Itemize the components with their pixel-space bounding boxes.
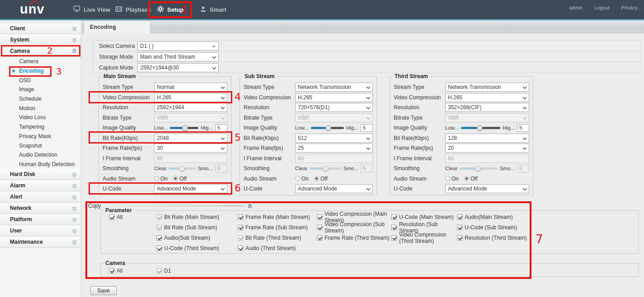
third-stream-image-quality-slider[interactable] [461, 127, 500, 129]
sub-stream-bit-rate-kbps-dropdown[interactable]: 512 [295, 134, 373, 143]
sidebar-section-platform[interactable]: Platform [0, 214, 81, 225]
sidebar-item-motion[interactable]: Motion [0, 103, 81, 113]
checkbox-frame-rate-sub-stream[interactable] [238, 225, 243, 230]
select-camera-dropdown[interactable]: D1 ( ) [137, 42, 219, 51]
logout-link[interactable]: Logout [594, 5, 610, 10]
checkbox-video-compression-sub-stream[interactable] [317, 225, 322, 230]
nav-item-setup[interactable]: Setup [157, 0, 183, 19]
input-value: 60 [298, 155, 304, 162]
third-stream-radio-on[interactable]: On [445, 176, 459, 182]
main-stream-frame-rate-fps-dropdown[interactable]: 30 [154, 144, 227, 153]
main-stream-stream-type-dropdown[interactable]: Normal [154, 83, 227, 92]
slider-handle[interactable] [325, 125, 331, 131]
main-stream-video-compression-dropdown[interactable]: H.265 [154, 93, 227, 102]
radio-on-circle[interactable] [445, 176, 450, 181]
checkbox-u-code-sub-stream[interactable] [457, 225, 462, 230]
checkbox-audio-main-stream[interactable] [457, 214, 462, 220]
third-stream-u-code-dropdown[interactable]: Advanced Mode [445, 184, 529, 193]
dropdown-value: 512 [298, 135, 307, 141]
sub-stream-radio-off[interactable]: Off [314, 176, 328, 182]
param-cell-bit-rate-sub-stream: Bit Rate (Sub Stream) [156, 224, 238, 231]
third-stream-frame-rate-fps-dropdown[interactable]: 20 [445, 144, 529, 153]
nav-item-smart[interactable]: Smart [200, 0, 226, 19]
sidebar-section-client[interactable]: Client [0, 23, 81, 34]
sub-stream-resolution-dropdown[interactable]: 720×576(D1) [295, 103, 373, 112]
save-button[interactable]: Save [90, 286, 117, 295]
nav-item-live-view[interactable]: Live View [73, 0, 110, 19]
checkbox-u-code-main-stream[interactable] [391, 214, 397, 220]
sidebar-item-encoding[interactable]: Encoding [0, 66, 81, 76]
sub-stream-image-quality-slider[interactable] [311, 127, 344, 129]
sidebar-item-tampering[interactable]: Tampering [0, 122, 81, 132]
sidebar-item-schedule[interactable]: Schedule [0, 94, 81, 104]
nav-item-playback[interactable]: Playback [115, 0, 151, 19]
radio-off-circle[interactable] [464, 176, 469, 181]
main-stream-bit-rate-kbps-dropdown[interactable]: 2048 [154, 134, 227, 143]
unv-logo[interactable]: unv [20, 2, 45, 17]
sidebar-item-snapshot[interactable]: Snapshot [0, 141, 81, 150]
third-stream-video-compression-dropdown[interactable]: H.265 [445, 93, 529, 102]
main-stream-resolution-dropdown[interactable]: 2592×1944 [154, 103, 227, 112]
sidebar-section-alert[interactable]: Alert [0, 191, 81, 203]
sub-stream-image-quality-value-box[interactable]: 5 [361, 124, 373, 132]
main-stream-u-code-dropdown[interactable]: Advanced Mode [154, 184, 227, 193]
camera-row: AllD1 [109, 265, 638, 276]
storage-mode-dropdown[interactable]: Main and Third Stream [137, 52, 219, 61]
slider-handle[interactable] [182, 125, 188, 131]
main-stream-radio-off[interactable]: Off [173, 176, 187, 182]
main-stream-row-bit-rate-kbps: Bit Rate(Kbps)2048 [103, 133, 227, 144]
radio-on-circle[interactable] [295, 176, 300, 181]
main-stream-image-quality-slider[interactable] [170, 127, 198, 129]
slider-handle[interactable] [477, 125, 483, 131]
checkbox-video-compression-third-stream[interactable] [391, 235, 397, 241]
sub-stream-stream-type-dropdown[interactable]: Network Transmission [295, 83, 373, 92]
capture-mode-dropdown[interactable]: 2592×1944@30 [137, 63, 219, 72]
sub-stream-radio-on[interactable]: On [295, 176, 309, 182]
sub-stream-u-code-dropdown[interactable]: Advanced Mode [295, 184, 373, 193]
admin-link[interactable]: admin [569, 5, 583, 10]
checkbox-audio-third-stream[interactable] [238, 246, 243, 251]
third-stream-bit-rate-kbps-dropdown[interactable]: 128 [445, 134, 529, 143]
dropdown-value: VBR [448, 115, 459, 121]
third-stream-image-quality-value-box[interactable]: 5 [517, 124, 529, 132]
sidebar-section-user[interactable]: User [0, 225, 81, 237]
sidebar-section-hard-disk[interactable]: Hard Disk [0, 169, 81, 180]
checkbox-frame-rate-third-stream[interactable] [317, 235, 322, 241]
main-stream-smoothing-slider [169, 167, 195, 170]
checkbox-camera-all[interactable] [109, 268, 114, 274]
main-stream-image-quality-value-box[interactable]: 5 [215, 124, 227, 132]
third-stream-audio-stream-radio-group: OnOff [445, 176, 529, 182]
sidebar-item-privacy-mask[interactable]: Privacy Mask [0, 132, 81, 141]
checkbox-resolution-third-stream[interactable] [457, 235, 462, 241]
main-stream-radio-on[interactable]: On [154, 176, 168, 182]
radio-off-circle[interactable] [173, 176, 178, 181]
sidebar-item-image[interactable]: Image [0, 85, 81, 94]
sidebar-item-camera[interactable]: Camera [0, 57, 81, 66]
checkbox-all[interactable] [109, 214, 114, 220]
radio-off-circle[interactable] [314, 176, 319, 181]
sidebar-item-audio-detection[interactable]: Audio Detection [0, 150, 81, 160]
sidebar-item-osd[interactable]: OSD [0, 75, 81, 85]
sidebar-section-system[interactable]: System [0, 34, 81, 46]
sidebar-item-label: Image [19, 86, 34, 93]
third-stream-stream-type-dropdown[interactable]: Network Transmission [445, 83, 529, 92]
sidebar-section-network[interactable]: Network [0, 203, 81, 214]
sub-stream-frame-rate-fps-dropdown[interactable]: 25 [295, 144, 373, 153]
checkbox-frame-rate-main-stream[interactable] [238, 214, 243, 220]
sidebar-section-camera[interactable]: Camera [0, 46, 81, 57]
checkbox-u-code-third-stream[interactable] [156, 246, 162, 251]
collapse-chevron-up-icon[interactable] [247, 204, 253, 209]
sidebar-section-maintenance[interactable]: Maintenance [0, 237, 81, 248]
checkbox-audio-sub-stream[interactable] [156, 235, 162, 241]
third-stream-radio-off[interactable]: Off [464, 176, 478, 182]
radio-on-circle[interactable] [154, 176, 159, 181]
sidebar-item-human-body-detection[interactable]: Human Body Detection [0, 160, 81, 169]
checkbox-resolution-sub-stream[interactable] [391, 225, 397, 230]
sidebar-item-video-loss[interactable]: Video Loss [0, 113, 81, 122]
privacy-link[interactable]: Privacy... [621, 5, 641, 10]
sidebar-section-alarm[interactable]: Alarm [0, 180, 81, 191]
third-stream-resolution-dropdown[interactable]: 352×288(CIF) [445, 103, 529, 112]
checkbox-video-compression-main-stream[interactable] [317, 214, 322, 220]
sub-stream-video-compression-dropdown[interactable]: H.265 [295, 93, 373, 102]
tab-encoding[interactable]: Encoding [84, 20, 150, 33]
